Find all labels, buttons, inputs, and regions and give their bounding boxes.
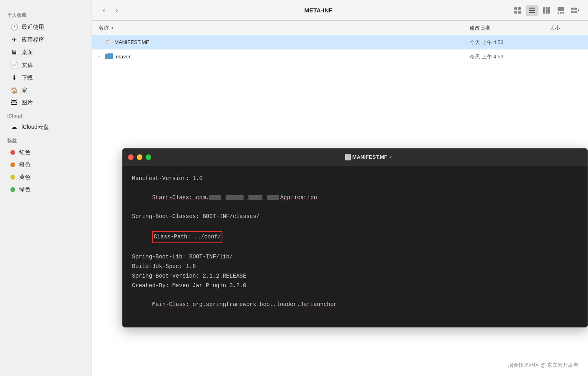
svg-rect-9 (548, 7, 550, 14)
file-name-manifest: MANIFEST.MF (114, 39, 470, 45)
tag-red-dot (10, 150, 15, 155)
preview-line-6: Build-Jdk-Spec: 1.8 (132, 262, 578, 272)
redacted-block-4 (267, 195, 279, 200)
sidebar-item-tag-green[interactable]: 绿色 (3, 184, 88, 196)
sidebar-section-favorites: 个人收藏 (0, 8, 92, 20)
sidebar-item-tag-yellow[interactable]: 黄色 (3, 171, 88, 183)
more-options-button[interactable]: ▾ (569, 5, 582, 16)
sidebar-item-icloud-drive[interactable]: ☁ iCloud云盘 (3, 121, 88, 133)
finder-toolbar: ‹ › META-INF (92, 0, 588, 21)
pictures-icon: 🖼 (10, 99, 18, 106)
back-button[interactable]: ‹ (98, 5, 110, 16)
icon-view-button[interactable] (511, 5, 524, 16)
sidebar-item-label: 红色 (19, 149, 30, 156)
svg-rect-15 (574, 8, 577, 10)
preview-header: MANIFEST.MF ∨ (122, 148, 588, 166)
gallery-view-button[interactable] (554, 5, 567, 16)
apps-icon: ✈ (10, 36, 18, 44)
sidebar-item-downloads[interactable]: ⬇ 下载 (3, 72, 88, 84)
maximize-button[interactable] (146, 154, 151, 160)
svg-rect-6 (529, 12, 535, 13)
sidebar-item-docs[interactable]: 📄 文稿 (3, 59, 88, 71)
sidebar-item-label: 图片 (22, 99, 33, 106)
line2-text: Start-Class: com. Application (152, 194, 317, 201)
svg-rect-17 (574, 11, 577, 13)
desktop-icon: 🖥 (10, 49, 18, 56)
sidebar-item-tag-orange[interactable]: 橙色 (3, 159, 88, 171)
preview-filename: MANIFEST.MF ∨ (345, 154, 392, 160)
svg-rect-1 (518, 7, 521, 10)
sidebar-item-label: 黄色 (19, 174, 30, 181)
sidebar-section-icloud: iCloud (0, 109, 92, 120)
file-icon-maven (105, 53, 113, 60)
preview-line-4: Class-Path: ../conf/ (132, 222, 578, 252)
redacted-block-1 (209, 195, 221, 200)
icloud-icon: ☁ (10, 123, 18, 131)
sort-arrow: ▲ (110, 26, 114, 30)
preview-panel: MANIFEST.MF ∨ Manifest-Version: 1.0 Star… (122, 148, 588, 328)
tag-yellow-dot (10, 175, 15, 180)
svg-rect-12 (560, 12, 562, 14)
svg-rect-19 (106, 40, 109, 41)
sidebar-item-label: 下载 (22, 74, 33, 82)
sidebar-item-label: 最近使用 (22, 24, 44, 31)
preview-line-3: Spring-Boot-Classes: BOOT-INF/classes/ (132, 212, 578, 222)
tag-green-dot (10, 187, 15, 192)
home-icon: 🏠 (10, 87, 18, 94)
preview-line-7: Spring-Boot-Version: 2.1.2.RELEASE (132, 272, 578, 281)
column-view-button[interactable] (540, 5, 553, 16)
line9-text: Main-Class: org.springframework.boot.loa… (152, 301, 337, 308)
preview-file-icon (345, 154, 351, 160)
svg-rect-8 (546, 7, 548, 14)
sidebar: 个人收藏 🕐 最近使用 ✈ 应用程序 🖥 桌面 📄 文稿 ⬇ 下载 🏠 家 🖼 … (0, 0, 92, 376)
sidebar-item-apps[interactable]: ✈ 应用程序 (3, 34, 88, 46)
close-button[interactable] (128, 154, 134, 160)
sidebar-item-recents[interactable]: 🕐 最近使用 (3, 21, 88, 33)
preview-line-9: Main-Class: org.springframework.boot.loa… (132, 291, 578, 319)
file-date-manifest: 今天 上午 4:53 (470, 39, 550, 46)
sidebar-section-tags: 标签 (0, 134, 92, 146)
sidebar-item-home[interactable]: 🏠 家 (3, 84, 88, 96)
sidebar-item-label: 绿色 (19, 186, 30, 193)
col-name-header[interactable]: 名称 ▲ (98, 24, 470, 32)
sidebar-item-pictures[interactable]: 🖼 图片 (3, 97, 88, 109)
redacted-block-2 (226, 195, 244, 200)
preview-line-2: Start-Class: com. Application (132, 184, 578, 212)
file-date-maven: 今天 上午 4:53 (470, 53, 550, 60)
col-size-header[interactable]: 大小 (550, 24, 582, 32)
downloads-icon: ⬇ (10, 74, 18, 82)
preview-content: Manifest-Version: 1.0 Start-Class: com. … (122, 166, 588, 327)
sidebar-item-desktop[interactable]: 🖥 桌面 (3, 46, 88, 58)
svg-rect-5 (529, 10, 535, 11)
preview-line-1: Manifest-Version: 1.0 (132, 174, 578, 184)
expand-arrow: › (98, 54, 103, 59)
sidebar-item-label: 文稿 (22, 62, 33, 69)
minimize-button[interactable] (137, 154, 142, 160)
preview-line-8: Created-By: Maven Jar Plugin 3.2.0 (132, 281, 578, 291)
view-buttons: ▾ (511, 5, 582, 16)
col-date-header[interactable]: 修改日期 (470, 24, 550, 32)
file-row-maven[interactable]: › maven 今天 上午 4:53 (92, 50, 588, 64)
file-name-maven: maven (116, 54, 470, 60)
docs-icon: 📄 (10, 61, 18, 69)
file-icon-manifest (105, 38, 111, 46)
tag-orange-dot (10, 162, 15, 167)
svg-rect-16 (571, 11, 574, 13)
sidebar-item-label: 橙色 (19, 161, 30, 168)
traffic-lights (128, 154, 151, 160)
forward-button[interactable]: › (111, 5, 122, 16)
svg-rect-20 (106, 42, 108, 42)
navigation-buttons: ‹ › (98, 5, 122, 16)
file-row-manifest[interactable]: MANIFEST.MF 今天 上午 4:53 (92, 35, 588, 50)
svg-rect-11 (558, 12, 559, 14)
file-list: MANIFEST.MF 今天 上午 4:53 › maven 今天 上午 4:5… (92, 35, 588, 64)
svg-rect-10 (558, 7, 564, 11)
list-view-button[interactable] (526, 5, 538, 16)
svg-rect-21 (106, 43, 109, 44)
recents-icon: 🕐 (10, 23, 18, 31)
svg-rect-13 (562, 12, 564, 14)
sidebar-item-tag-red[interactable]: 红色 (3, 146, 88, 158)
sidebar-item-label: 应用程序 (22, 36, 44, 44)
svg-rect-14 (571, 8, 574, 10)
svg-rect-3 (518, 11, 521, 14)
